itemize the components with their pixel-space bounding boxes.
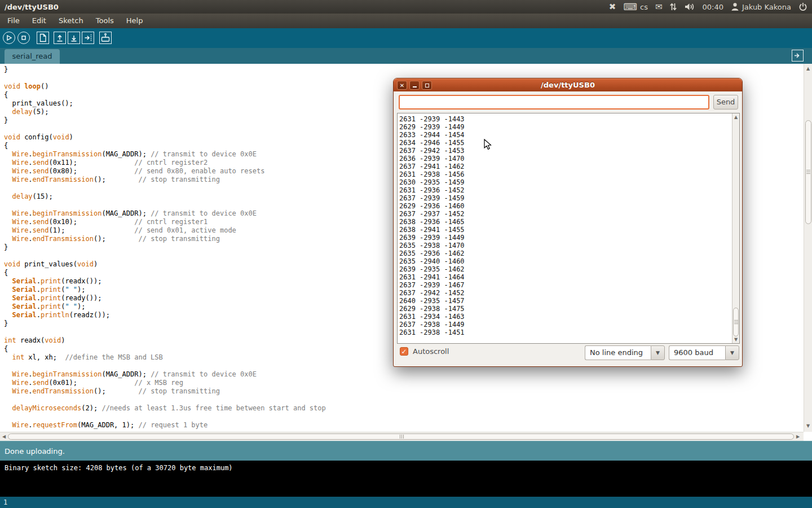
baud-dropdown-arrow-icon[interactable]: ▼ [725,345,739,360]
toolbar-open-button[interactable] [54,32,66,44]
serial-data-row: 2631 -2936 -1452 [399,186,739,194]
serial-data-row: 2638 -2941 -1455 [399,226,739,234]
menu-edit[interactable]: Edit [26,14,52,28]
baud-rate-dropdown[interactable]: 9600 baud ▼ [669,345,739,360]
autoscroll-checkbox[interactable]: ✓ [400,347,408,356]
serial-scroll-handle[interactable] [733,308,739,336]
toolbar-new-button[interactable] [37,32,49,44]
mouse-cursor [484,139,494,151]
scroll-down-arrow-icon[interactable]: ▼ [806,424,810,428]
editor-vscroll-handle[interactable] [805,120,811,224]
toolbar [0,28,812,48]
serial-data-row: 2635 -2936 -1462 [399,249,739,257]
toolbar-save-button[interactable] [68,32,80,44]
build-console: Binary sketch size: 4208 bytes (of a 307… [0,461,812,497]
user-menu-label: Jakub Kakona [742,3,791,11]
mail-indicator-icon-icon: ✉ [655,3,663,11]
serial-data-row: 2639 -2935 -1462 [399,265,739,273]
maximize-button[interactable] [422,81,432,90]
line-ending-dropdown-arrow-icon[interactable]: ▼ [651,345,665,360]
volume-icon[interactable] [685,2,695,11]
line-ending-value: No line ending [585,345,651,360]
tab-menu-button[interactable] [792,50,804,62]
scroll-up-arrow-icon[interactable]: ▲ [806,67,810,71]
serial-data-row: 2637 -2941 -1462 [399,163,739,170]
menu-help[interactable]: Help [120,14,149,28]
keyboard-layout-indicator[interactable]: ⌨cs [623,2,647,12]
status-message: Done uploading. [5,447,65,456]
editor-vertical-scrollbar[interactable]: ▲ ▼ [804,64,812,432]
session-power-icon[interactable] [798,2,807,11]
indicator-app-icon[interactable]: ✖ [609,3,616,11]
send-button[interactable]: Send [713,95,738,110]
serial-data-row: 2634 -2946 -1455 [399,139,739,147]
serial-data-row: 2639 -2939 -1449 [399,234,739,242]
serial-data-row: 2637 -2939 -1467 [399,281,739,289]
new-icon [37,32,48,43]
code-line: Wire.endTransmission(); // stop transmit… [4,387,804,396]
top-panel: /dev/ttyUSB0 ✖⌨cs✉00:40Jakub Kakona [0,0,812,14]
serial-data-row: 2637 -2942 -1453 [399,147,739,155]
serial-scroll-down-icon[interactable]: ▼ [734,338,738,342]
serial-data-row: 2635 -2938 -1470 [399,242,739,249]
menu-file[interactable]: File [1,14,26,28]
scroll-right-arrow-icon[interactable]: ▶ [796,435,800,439]
volume-icon-icon [685,2,695,11]
menu-sketch[interactable]: Sketch [52,14,90,28]
clock[interactable]: 00:40 [702,3,723,11]
minimize-button[interactable] [409,81,420,90]
serial-data-row: 2640 -2935 -1457 [399,297,739,305]
serial-data-row: 2638 -2936 -1465 [399,218,739,226]
serial-data-row: 2631 -2938 -1451 [399,329,739,336]
indicator-app-icon-icon: ✖ [609,3,616,11]
serial-output-lines: 2631 -2939 -14432629 -2939 -14492633 -29… [398,113,739,336]
panel-window-title: /dev/ttyUSB0 [5,3,59,11]
toolbar-serial-monitor-button[interactable] [99,32,112,44]
serial-data-row: 2637 -2942 -1452 [399,289,739,297]
serial-data-row: 2629 -2939 -1449 [399,123,739,131]
serial-data-row: 2631 -2938 -1456 [399,170,739,178]
tab-serial-read[interactable]: serial_read [5,49,60,64]
code-line: Wire.beginTransmission(MAG_ADDR); // tra… [4,370,804,379]
menubar: FileEditSketchToolsHelp [0,14,812,28]
close-button[interactable]: ✕ [397,81,407,90]
clock-label: 00:40 [702,3,723,11]
save-icon [68,32,80,43]
serial-scroll-up-icon[interactable]: ▲ [734,115,738,120]
serial-output-area[interactable]: 2631 -2939 -14432629 -2939 -14492633 -29… [397,113,740,344]
tab-bar: serial_read [0,48,812,64]
current-line-number: 1 [3,498,7,506]
toolbar-verify-button[interactable] [3,32,15,44]
autoscroll-label: Autoscroll [413,347,449,356]
mail-indicator-icon[interactable]: ✉ [655,3,663,11]
toolbar-stop-button[interactable] [17,32,30,44]
serial-monitor-titlebar[interactable]: ✕ /dev/ttyUSB0 [394,78,742,91]
code-line: } [4,65,804,74]
user-menu[interactable]: Jakub Kakona [731,2,791,11]
code-line: delayMicroseconds(2); //needs at least 1… [4,404,804,413]
verify-icon [3,32,15,43]
code-line: Wire.send(0x01); // x MSB reg [4,379,804,387]
network-transfer-icon[interactable] [669,2,677,11]
editor-hscroll-handle[interactable] [8,433,794,440]
serial-scrollbar[interactable]: ▲ ▼ [732,113,739,343]
serial-data-row: 2631 -2934 -1463 [399,313,739,321]
line-ending-dropdown[interactable]: No line ending ▼ [585,345,665,360]
serial-data-row: 2631 -2941 -1464 [399,273,739,281]
serial-monitor-icon [100,32,111,43]
upload-icon [82,32,94,43]
toolbar-upload-button[interactable] [82,32,94,44]
serial-send-input[interactable] [399,95,709,110]
tab-arrow-icon [792,50,803,61]
serial-data-row: 2633 -2944 -1454 [399,131,739,139]
serial-monitor-controls: ✓ Autoscroll No line ending ▼ 9600 baud … [394,344,742,366]
menu-tools[interactable]: Tools [90,14,120,28]
status-bar: Done uploading. [0,441,812,461]
serial-data-row: 2629 -2938 -1475 [399,305,739,313]
scroll-left-arrow-icon[interactable]: ◀ [2,435,6,439]
keyboard-layout-indicator-label: cs [640,3,648,11]
console-output-line: Binary sketch size: 4208 bytes (of a 307… [5,464,807,472]
serial-monitor-window: ✕ /dev/ttyUSB0 Send 2631 -2939 -14432629… [393,78,743,367]
editor-horizontal-scrollbar[interactable]: ◀ ▶ [0,432,804,441]
keyboard-layout-indicator-icon: ⌨ [623,2,637,12]
